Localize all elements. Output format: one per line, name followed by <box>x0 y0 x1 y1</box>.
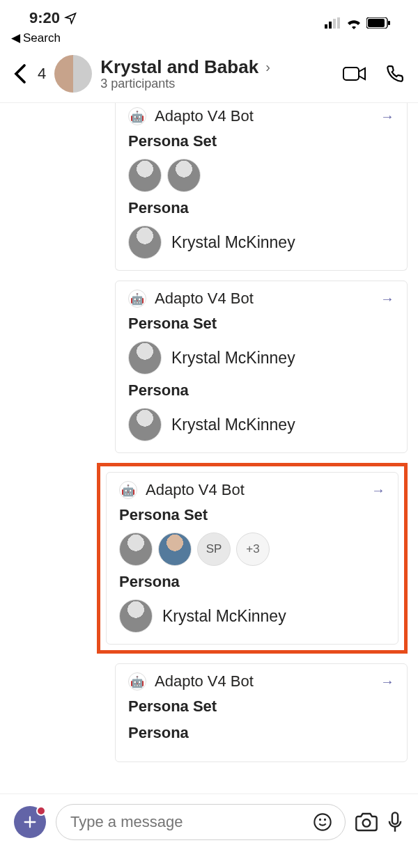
highlighted-card-box: 🤖 Adapto V4 Bot → Persona Set SP +3 Pers… <box>97 463 408 654</box>
bot-card[interactable]: 🤖 Adapto V4 Bot → Persona Set Persona <box>115 663 408 762</box>
avatar <box>119 599 153 633</box>
video-call-button[interactable] <box>343 65 366 82</box>
svg-rect-5 <box>368 19 385 27</box>
back-caret-icon: ◀ <box>11 31 20 45</box>
svg-point-10 <box>325 819 325 820</box>
emoji-icon[interactable] <box>313 812 332 832</box>
status-bar: 9:20 <box>0 0 418 31</box>
persona-name: Krystal McKinney <box>162 607 286 626</box>
svg-rect-12 <box>392 812 398 823</box>
avatar-overflow[interactable]: +3 <box>236 532 270 566</box>
composer <box>0 794 418 868</box>
persona-set-row: Krystal McKinney <box>128 341 394 374</box>
section-persona: Persona <box>128 724 394 742</box>
persona-name: Krystal McKinney <box>171 349 295 368</box>
open-arrow-icon[interactable]: → <box>380 109 394 125</box>
open-arrow-icon[interactable]: → <box>371 482 385 498</box>
svg-point-9 <box>320 819 320 820</box>
section-persona-set: Persona Set <box>119 506 385 524</box>
bot-icon: 🤖 <box>128 672 146 691</box>
avatar-initials: SP <box>197 532 231 566</box>
back-to-app[interactable]: ◀ Search <box>0 31 418 51</box>
camera-icon[interactable] <box>355 812 378 832</box>
section-persona: Persona <box>128 199 394 217</box>
wifi-icon <box>346 17 362 29</box>
message-input[interactable] <box>69 812 303 832</box>
chat-title-block[interactable]: Krystal and Babak › 3 participants <box>100 56 334 91</box>
section-persona-set: Persona Set <box>128 315 394 333</box>
open-arrow-icon[interactable]: → <box>380 291 394 307</box>
section-persona-set: Persona Set <box>128 132 394 150</box>
avatar <box>128 226 162 259</box>
message-input-pill[interactable] <box>56 804 346 840</box>
bot-icon: 🤖 <box>128 107 146 125</box>
bot-name: Adapto V4 Bot <box>155 290 254 308</box>
message-list[interactable]: 🤖 Adapto V4 Bot → Persona Set Persona Kr… <box>0 103 418 820</box>
avatar <box>128 341 162 374</box>
location-icon <box>64 12 77 24</box>
avatar <box>158 532 192 566</box>
cell-signal-icon <box>325 17 341 29</box>
svg-point-11 <box>363 819 371 827</box>
bot-card[interactable]: 🤖 Adapto V4 Bot → Persona Set SP +3 Pers… <box>106 472 398 645</box>
chat-header: 4 Krystal and Babak › 3 participants <box>0 51 418 103</box>
avatar <box>119 532 153 566</box>
bot-icon: 🤖 <box>128 290 146 308</box>
bot-card[interactable]: 🤖 Adapto V4 Bot → Persona Set Persona Kr… <box>115 103 408 271</box>
mic-icon[interactable] <box>387 812 403 833</box>
svg-rect-3 <box>337 17 340 29</box>
chevron-right-icon: › <box>265 59 270 75</box>
svg-point-8 <box>314 814 330 830</box>
section-persona: Persona <box>119 573 385 591</box>
bot-icon: 🤖 <box>119 481 137 499</box>
status-time: 9:20 <box>29 9 60 27</box>
battery-icon <box>366 17 390 29</box>
avatar <box>167 159 201 192</box>
open-arrow-icon[interactable]: → <box>380 674 394 690</box>
audio-call-button[interactable] <box>386 65 404 83</box>
bot-card[interactable]: 🤖 Adapto V4 Bot → Persona Set Krystal Mc… <box>115 281 408 453</box>
persona-set-facepile: SP +3 <box>119 532 385 566</box>
svg-rect-0 <box>325 24 327 29</box>
avatar <box>128 408 162 441</box>
persona-row: Krystal McKinney <box>119 599 385 633</box>
bot-name: Adapto V4 Bot <box>155 107 254 125</box>
persona-set-facepile <box>128 159 394 192</box>
svg-rect-2 <box>333 19 336 29</box>
avatar <box>128 159 162 192</box>
bot-name: Adapto V4 Bot <box>155 672 254 691</box>
back-button[interactable] <box>14 63 26 84</box>
svg-rect-6 <box>388 21 390 25</box>
chat-title: Krystal and Babak <box>100 56 258 78</box>
persona-row: Krystal McKinney <box>128 226 394 259</box>
chat-avatar[interactable] <box>54 55 92 93</box>
section-persona-set: Persona Set <box>128 697 394 716</box>
persona-row: Krystal McKinney <box>128 408 394 441</box>
section-persona: Persona <box>128 381 394 400</box>
notification-dot-icon <box>36 806 46 816</box>
compose-plus-button[interactable] <box>14 806 46 838</box>
svg-rect-1 <box>329 22 332 29</box>
persona-name: Krystal McKinney <box>171 416 295 434</box>
svg-rect-7 <box>343 68 359 80</box>
persona-name: Krystal McKinney <box>171 233 295 252</box>
bot-name: Adapto V4 Bot <box>146 481 245 499</box>
back-app-label: Search <box>23 31 61 45</box>
chat-subtitle: 3 participants <box>100 77 334 91</box>
unread-count: 4 <box>38 65 46 83</box>
